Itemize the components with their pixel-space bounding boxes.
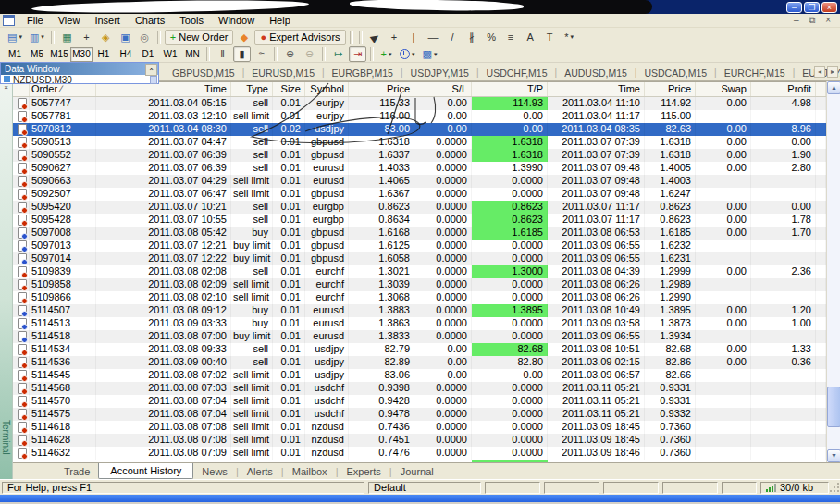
chart-tab-eurusd[interactable]: EURUSD,M15 xyxy=(244,66,322,80)
table-row[interactable]: 51145342011.03.08 09:33sell0.01usdjpy82.… xyxy=(13,343,826,356)
table-row[interactable]: 51098662011.03.08 02:10sell limit0.01eur… xyxy=(13,291,826,304)
auto-scroll-icon[interactable]: ↦ xyxy=(329,46,347,62)
table-row[interactable]: 51145752011.03.08 07:04sell limit0.01usd… xyxy=(13,408,826,421)
terminal-tab-journal[interactable]: Journal xyxy=(392,464,442,479)
close-button[interactable]: × xyxy=(821,2,837,13)
table-row[interactable]: 51145182011.03.08 07:00buy limit0.01euru… xyxy=(13,330,826,343)
minimize-button[interactable]: – xyxy=(786,2,802,13)
data-window-scrollbar[interactable] xyxy=(150,76,157,84)
terminal-tab-account-history[interactable]: Account History xyxy=(98,463,193,479)
terminal-tab-mailbox[interactable]: Mailbox xyxy=(284,464,336,479)
table-row[interactable]: 51145132011.03.09 03:33buy0.01eurusd1.38… xyxy=(13,317,826,330)
resize-grip[interactable] xyxy=(828,483,839,494)
table-row[interactable]: 50970132011.03.07 12:21buy limit0.01gbpu… xyxy=(13,240,826,252)
fibonacci-icon[interactable]: % xyxy=(483,30,500,45)
new-chart-icon[interactable]: ▤▾ xyxy=(5,30,25,45)
timeframe-w1[interactable]: W1 xyxy=(159,47,181,62)
table-row[interactable]: 50970142011.03.07 12:22buy limit0.01gbpu… xyxy=(13,252,826,265)
arrows-icon[interactable]: *▾ xyxy=(561,30,578,45)
table-row[interactable]: 51145072011.03.08 09:12buy0.01eurusd1.38… xyxy=(13,304,826,317)
expert-advisors-button[interactable]: ●Expert Advisors xyxy=(254,30,345,45)
candlestick-chart-icon[interactable]: ▮ xyxy=(233,46,251,62)
chart-tab-usdchf[interactable]: USDCHF,M15 xyxy=(479,66,555,80)
table-row[interactable]: 50925072011.03.07 06:47sell limit0.01gbp… xyxy=(13,188,826,201)
text-icon[interactable]: A xyxy=(522,30,539,45)
tab-scroll-left-icon[interactable]: ◂ xyxy=(814,66,825,78)
menu-item-file[interactable]: File xyxy=(19,14,51,27)
bar-chart-icon[interactable]: ‖ xyxy=(214,46,231,62)
menu-item-help[interactable]: Help xyxy=(262,14,298,27)
market-watch-icon[interactable]: ▦ xyxy=(58,30,76,45)
trendline-icon[interactable]: / xyxy=(444,30,462,45)
chart-tab-usdjpy[interactable]: USDJPY,M15 xyxy=(403,66,476,80)
column-header-open_time[interactable]: Time xyxy=(96,82,231,96)
table-row[interactable]: 50577812011.03.03 12:10sell limit0.01eur… xyxy=(13,110,826,123)
chart-tab-audusd[interactable]: AUDUSD,M15 xyxy=(557,66,635,80)
column-header-order[interactable]: Order ∕ xyxy=(30,82,96,96)
column-header-swap[interactable]: Swap xyxy=(696,82,751,96)
chart-tab-usdcad[interactable]: USDCAD,M15 xyxy=(636,66,714,80)
column-header-profit[interactable]: Profit xyxy=(751,82,816,96)
zoom-in-icon[interactable]: ⊕ xyxy=(281,46,299,62)
table-row[interactable]: 50708122011.03.04 08:30sell0.02usdjpy83.… xyxy=(13,123,826,136)
data-window-close-icon[interactable]: × xyxy=(145,64,157,76)
terminal-tab-experts[interactable]: Experts xyxy=(338,464,389,479)
line-chart-icon[interactable]: ≈ xyxy=(253,46,270,62)
text-label-icon[interactable]: T xyxy=(541,30,559,45)
menu-item-tools[interactable]: Tools xyxy=(172,14,211,27)
cursor-icon[interactable]: ▶ xyxy=(366,30,384,45)
terminal-tab-trade[interactable]: Trade xyxy=(56,464,98,479)
status-profile[interactable]: Default xyxy=(368,482,481,494)
timeframe-h1[interactable]: H1 xyxy=(93,47,115,62)
column-header-type[interactable]: Type xyxy=(231,82,273,96)
column-header-close_time[interactable]: Time xyxy=(548,82,645,96)
table-row[interactable]: 50906272011.03.07 06:39sell0.01eurusd1.4… xyxy=(13,162,826,175)
new-order-button[interactable]: +New Order xyxy=(165,30,234,45)
terminal-icon[interactable]: ▣ xyxy=(117,30,134,45)
equidistant-channel-icon[interactable]: ∦ xyxy=(463,30,481,45)
menu-item-charts[interactable]: Charts xyxy=(128,14,172,27)
strategy-tester-icon[interactable]: ◎ xyxy=(136,30,154,45)
chart-shift-icon[interactable]: ⇥ xyxy=(349,46,366,62)
chart-tab-gbpusd[interactable]: GBPUSD,M15 xyxy=(165,66,242,80)
timeframe-d1[interactable]: D1 xyxy=(137,47,159,62)
column-header-size[interactable]: Size xyxy=(273,82,305,96)
zoom-out-icon[interactable]: ⊖ xyxy=(301,46,318,62)
data-window-icon[interactable]: + xyxy=(78,30,95,45)
chart-tab-eurgbp[interactable]: EURGBP,M15 xyxy=(325,66,401,80)
tab-scroll-right-icon[interactable]: ▸ xyxy=(827,66,838,78)
terminal-tab-alerts[interactable]: Alerts xyxy=(239,464,281,479)
table-row[interactable]: 51145702011.03.08 07:04sell limit0.01usd… xyxy=(13,395,826,408)
timeframe-h4[interactable]: H4 xyxy=(115,47,137,62)
column-header-symbol[interactable]: Symbol xyxy=(305,82,349,96)
crosshair-icon[interactable]: + xyxy=(386,30,403,45)
table-row[interactable]: 50970082011.03.08 05:42buy0.01gbpusd1.61… xyxy=(13,227,826,240)
terminal-tab-news[interactable]: News xyxy=(193,464,236,479)
andrews-pitchfork-icon[interactable]: ≡ xyxy=(502,30,520,45)
table-row[interactable]: 50905132011.03.07 04:47sell0.01gbpusd1.6… xyxy=(13,136,826,149)
column-header-open_price[interactable]: Price xyxy=(349,82,414,96)
table-row[interactable]: 50577472011.03.04 05:15sell0.01eurjpy115… xyxy=(13,97,826,110)
column-header-tp[interactable]: T/P xyxy=(472,82,548,96)
indicators-icon[interactable]: +▾ xyxy=(377,46,395,62)
timeframe-m5[interactable]: M5 xyxy=(26,47,48,62)
periods-icon[interactable]: ▾ xyxy=(397,46,418,62)
navigator-icon[interactable]: ◈ xyxy=(97,30,115,45)
maximize-button[interactable]: ❐ xyxy=(804,2,820,13)
table-row[interactable]: 51146182011.03.08 07:08sell limit0.01nzd… xyxy=(13,421,826,434)
horizontal-line-icon[interactable]: — xyxy=(425,30,442,45)
data-window-titlebar[interactable]: Data Window × xyxy=(1,63,158,75)
table-scrollbar[interactable]: ▲ ▼ xyxy=(826,81,840,462)
column-header-close_price[interactable]: Price xyxy=(645,82,696,96)
table-row[interactable]: 51145452011.03.08 07:02sell limit0.01usd… xyxy=(13,369,826,382)
table-row[interactable]: 50906632011.03.07 04:29sell limit0.01eur… xyxy=(13,175,826,188)
table-row[interactable]: 50905522011.03.07 06:39sell0.01gbpusd1.6… xyxy=(13,149,826,162)
timeframe-mn[interactable]: MN xyxy=(181,47,204,62)
scrollbar-thumb[interactable] xyxy=(827,387,840,427)
mdi-window-controls[interactable]: – ⧉ × xyxy=(794,15,834,26)
menu-item-view[interactable]: View xyxy=(51,14,88,27)
scroll-down-icon[interactable]: ▼ xyxy=(827,449,840,462)
menu-item-insert[interactable]: Insert xyxy=(87,14,128,27)
chart-tab-eurchf[interactable]: EURCHF,M15 xyxy=(717,66,793,80)
table-row[interactable]: 51098582011.03.08 02:09sell limit0.01eur… xyxy=(13,278,826,291)
